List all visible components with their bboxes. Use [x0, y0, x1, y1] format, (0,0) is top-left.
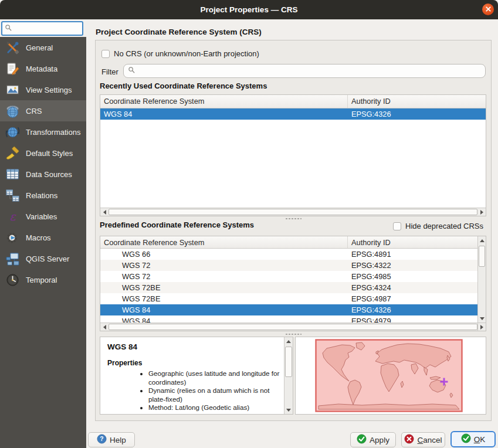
server-icon — [5, 252, 20, 266]
filter-field[interactable] — [123, 64, 486, 78]
predefined-crs-table: Coordinate Reference System Authority ID… — [100, 236, 486, 331]
scroll-left-button[interactable] — [100, 323, 109, 331]
predefined-crs-row-epsg-4891[interactable]: WGS 66EPSG:4891 — [100, 249, 477, 260]
ok-button-label: OK — [474, 435, 486, 444]
recent-crs-row-epsg-4326[interactable]: WGS 84EPSG:4326 — [100, 108, 486, 120]
filter-input[interactable] — [138, 66, 485, 76]
crs-details-panel: WGS 84 Properties Geographic (uses latit… — [100, 337, 293, 415]
column-header-authority[interactable]: Authority ID — [348, 236, 477, 248]
no-crs-checkbox-row: No CRS (or unknown/non-Earth projection) — [101, 49, 259, 58]
crs-name-cell: WGS 84 — [100, 304, 348, 315]
sidebar-item-default-styles[interactable]: Default Styles — [0, 142, 86, 164]
globe-icon — [5, 104, 20, 118]
crs-name-cell: WGS 66 — [100, 249, 348, 260]
sidebar-item-label: Data Sources — [26, 170, 72, 179]
apply-icon — [357, 434, 367, 446]
recent-crs-table: Coordinate Reference System Authority ID… — [100, 94, 486, 216]
sidebar-item-general[interactable]: General — [0, 37, 86, 58]
authority-id-cell: EPSG:4326 — [348, 304, 477, 315]
sidebar-item-view-settings[interactable]: View Settings — [0, 79, 86, 100]
predefined-section-title: Predefined Coordinate Reference Systems — [100, 220, 254, 229]
ok-icon — [461, 433, 471, 445]
cancel-button-label: Cancel — [417, 436, 442, 444]
authority-id-cell: EPSG:4322 — [348, 260, 477, 271]
predefined-crs-row-epsg-4987[interactable]: WGS 72BEEPSG:4987 — [100, 293, 477, 304]
scroll-up-button[interactable] — [284, 337, 293, 345]
crs-name-cell: WGS 72BE — [100, 293, 348, 304]
scroll-down-button[interactable] — [284, 406, 293, 414]
clock-icon — [5, 273, 20, 287]
search-icon — [5, 23, 12, 34]
sidebar: GeneralMetadataView SettingsCRSTransform… — [0, 19, 86, 448]
help-button[interactable]: ? Help — [88, 432, 135, 447]
metadata-icon — [5, 62, 20, 76]
hscroll-thumb[interactable] — [109, 209, 477, 215]
sidebar-item-label: Variables — [26, 212, 57, 221]
sidebar-item-label: Metadata — [26, 65, 57, 73]
predefined-table-body: WGS 66EPSG:4891WGS 72EPSG:4322WGS 72EPSG… — [100, 249, 477, 323]
sidebar-item-metadata[interactable]: Metadata — [0, 58, 86, 79]
scroll-right-button[interactable] — [477, 208, 486, 216]
crs-property-item: Method: Lat/long (Geodetic alias) — [148, 403, 288, 412]
column-header-crs[interactable]: Coordinate Reference System — [100, 95, 348, 108]
filter-label: Filter — [101, 67, 118, 76]
svg-text:?: ? — [100, 436, 103, 442]
predefined-crs-row-epsg-4985[interactable]: WGS 72EPSG:4985 — [100, 271, 477, 282]
no-crs-checkbox[interactable] — [101, 50, 110, 58]
column-header-crs[interactable]: Coordinate Reference System — [100, 236, 348, 248]
sidebar-item-macros[interactable]: Macros — [0, 227, 86, 248]
scroll-up-button[interactable] — [478, 236, 486, 245]
sidebar-search-input[interactable] — [14, 24, 82, 33]
scroll-down-button[interactable] — [478, 314, 486, 323]
ok-button[interactable]: OK — [450, 431, 496, 447]
sidebar-search-box[interactable] — [1, 21, 83, 36]
authority-id-cell: EPSG:4987 — [348, 293, 477, 304]
sidebar-list: GeneralMetadataView SettingsCRSTransform… — [0, 37, 86, 448]
recent-table-hscrollbar — [100, 208, 486, 216]
recent-section-title: Recently Used Coordinate Reference Syste… — [100, 82, 267, 90]
predefined-crs-row-epsg-4324[interactable]: WGS 72BEEPSG:4324 — [100, 282, 477, 293]
relations-icon — [5, 188, 20, 203]
predefined-table-header: Coordinate Reference System Authority ID — [100, 236, 477, 249]
splitter-handle[interactable] — [285, 333, 301, 335]
sidebar-item-label: General — [26, 43, 53, 52]
hscroll-thumb[interactable] — [109, 324, 477, 330]
tools-icon — [5, 40, 20, 55]
crs-properties-heading: Properties — [107, 359, 142, 367]
cancel-button[interactable]: Cancel — [401, 432, 445, 447]
help-icon: ? — [97, 434, 107, 446]
sidebar-item-label: Default Styles — [26, 149, 73, 158]
sidebar-item-crs[interactable]: CRS — [0, 100, 86, 121]
authority-id-cell: EPSG:4891 — [348, 249, 477, 260]
splitter-handle[interactable] — [285, 218, 301, 220]
scrollbar-corner[interactable] — [477, 323, 486, 331]
sidebar-item-label: QGIS Server — [26, 254, 69, 263]
view-settings-icon — [5, 83, 20, 97]
vscroll-thumb[interactable] — [285, 347, 292, 377]
gear-play-icon — [5, 230, 20, 245]
sidebar-item-temporal[interactable]: Temporal — [0, 269, 86, 290]
hide-deprecated-checkbox[interactable] — [393, 222, 401, 230]
vscroll-thumb[interactable] — [479, 246, 485, 267]
sidebar-item-data-sources[interactable]: Data Sources — [0, 164, 86, 185]
world-map-preview — [315, 339, 463, 412]
no-crs-checkbox-label: No CRS (or unknown/non-Earth projection) — [114, 49, 259, 58]
scroll-left-button[interactable] — [100, 208, 109, 216]
sidebar-item-qgis-server[interactable]: QGIS Server — [0, 248, 86, 269]
sidebar-item-relations[interactable]: Relations — [0, 185, 86, 206]
sidebar-item-label: Temporal — [26, 276, 57, 284]
svg-text:ε: ε — [10, 210, 17, 223]
crs-name-cell: WGS 72 — [100, 260, 348, 271]
crs-name-cell: WGS 72 — [100, 271, 348, 282]
sidebar-item-transformations[interactable]: Transformations — [0, 121, 86, 142]
apply-button-label: Apply — [370, 436, 389, 444]
project-properties-dialog: Project Properties — CRS GeneralMetadata… — [0, 0, 498, 448]
predefined-crs-row-epsg-4322[interactable]: WGS 72EPSG:4322 — [100, 260, 477, 271]
authority-id-cell: EPSG:4326 — [348, 108, 486, 120]
apply-button[interactable]: Apply — [350, 432, 396, 447]
crs-details-title: WGS 84 — [107, 342, 137, 351]
predefined-crs-row-epsg-4326[interactable]: WGS 84EPSG:4326 — [100, 304, 477, 315]
sidebar-item-variables[interactable]: εVariables — [0, 206, 86, 227]
column-header-authority[interactable]: Authority ID — [348, 95, 486, 108]
close-button[interactable] — [482, 4, 494, 15]
